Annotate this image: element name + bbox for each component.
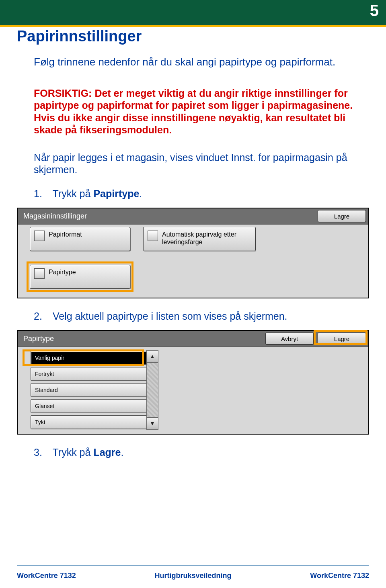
list-item[interactable]: Standard <box>31 383 147 397</box>
papirformat-label: Papirformat <box>49 231 82 238</box>
save-button[interactable]: Lagre <box>318 210 366 222</box>
footer-right: WorkCentre 7132 <box>310 572 369 580</box>
highlight-lagre <box>314 330 368 345</box>
autopapir-label: Automatisk papirvalg etter leveringsfarg… <box>162 231 251 246</box>
footer-left: WorkCentre 7132 <box>17 572 76 580</box>
scrollbar[interactable]: ▲ ▼ <box>146 350 158 430</box>
panel2-titlebar: Papirtype Avbryt Lagre <box>18 331 368 347</box>
warning-text: FORSIKTIG: Det er meget viktig at du ang… <box>34 87 369 136</box>
step-2: 2. Velg aktuell papirtype i listen som v… <box>34 310 369 322</box>
papirformat-button[interactable]: Papirformat <box>30 227 130 251</box>
step-1-bold: Papirtype <box>93 188 139 199</box>
panel2-title: Papirtype <box>23 335 54 343</box>
autopapir-button[interactable]: Automatisk papirvalg etter leveringsfarg… <box>143 227 256 251</box>
footer-center: Hurtigbruksveiledning <box>154 572 231 580</box>
scroll-down-icon[interactable]: ▼ <box>147 417 158 429</box>
panel-magasininnstillinger: Magasininnstillinger Lagre Papirformat A… <box>17 208 369 298</box>
panel1-titlebar: Magasininnstillinger Lagre <box>18 208 368 225</box>
scroll-up-icon[interactable]: ▲ <box>147 351 158 363</box>
step-1: 1. Trykk på Papirtype. <box>34 188 369 200</box>
intro-text: Følg trinnene nedenfor når du skal angi … <box>34 55 369 69</box>
step-1-number: 1. <box>34 188 50 200</box>
step-1-text-a: Trykk på <box>53 188 94 199</box>
footer: WorkCentre 7132 Hurtigbruksveiledning Wo… <box>0 572 386 580</box>
panel1-title: Magasininnstillinger <box>23 212 87 220</box>
footer-divider <box>17 565 369 566</box>
list-item[interactable]: Glanset <box>31 399 147 413</box>
list-item[interactable]: Fortrykt <box>31 367 147 381</box>
scroll-track[interactable] <box>147 363 158 417</box>
panel-papirtype: Papirtype Avbryt Lagre Vanlig papir Fort… <box>17 330 369 435</box>
header-bar: 5 <box>0 0 386 25</box>
page-number: 5 <box>370 2 379 20</box>
list-item[interactable]: Tykt <box>31 415 147 429</box>
step-1-text-c: . <box>139 188 142 199</box>
highlight-papirtype <box>27 261 133 292</box>
highlight-vanlig-papir <box>23 349 144 366</box>
step-2-text: Velg aktuell papirtype i listen som vise… <box>53 310 287 322</box>
page-title: Papirinnstillinger <box>17 28 369 45</box>
note-text: Når papir legges i et magasin, vises vin… <box>34 151 369 176</box>
option-icon <box>148 231 158 241</box>
step-2-number: 2. <box>34 310 50 322</box>
option-icon <box>34 231 45 241</box>
cancel-button[interactable]: Avbryt <box>265 333 314 345</box>
